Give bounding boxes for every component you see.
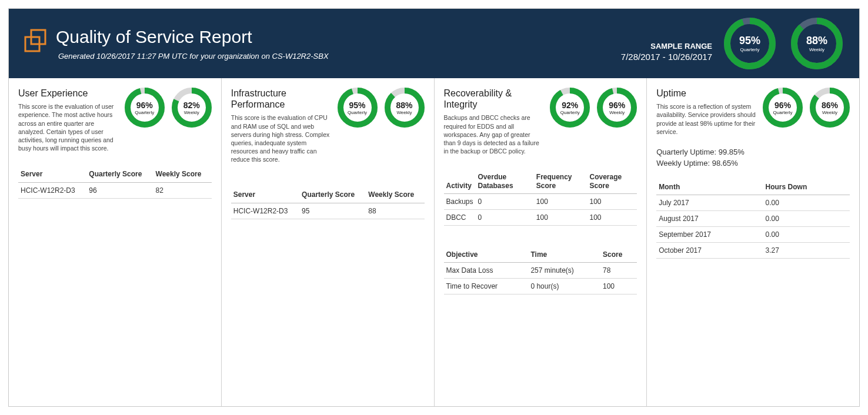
column-header: Quarterly Score (86, 166, 153, 182)
panel-uptime: Uptime This score is a reflection of sys… (647, 78, 859, 406)
table-row: September 20170.00 (656, 227, 850, 243)
column-header: Coverage Score (587, 169, 637, 193)
panel-user-experience: User Experience This score is the evalua… (9, 78, 222, 406)
recov-activity-table: ActivityOverdue DatabasesFrequency Score… (444, 169, 637, 226)
uptime-quarterly-donut: 96%Quarterly (763, 88, 803, 128)
range-label: SAMPLE RANGE (621, 42, 712, 51)
overall-quarterly-donut: 95%Quarterly (724, 18, 776, 69)
recov-desc: Backups and DBCC checks are required for… (444, 113, 544, 155)
range-value: 7/28/2017 - 10/26/2017 (621, 52, 712, 62)
column-header: Overdue Databases (476, 169, 534, 193)
panel-infrastructure: Infrastructure Performance This score is… (222, 78, 435, 406)
uptime-weekly-summary: Weekly Uptime: 98.65% (656, 159, 850, 168)
column-header: Objective (444, 247, 529, 263)
column-header: Server (231, 187, 299, 203)
column-header: Weekly Score (366, 187, 424, 203)
ux-title: User Experience (18, 88, 121, 99)
title-block: Quality of Service Report Generated 10/2… (56, 27, 329, 61)
uptime-table: MonthHours DownJuly 20170.00August 20170… (656, 179, 850, 259)
table-row: DBCC0100100 (444, 210, 637, 226)
logo-icon (22, 26, 50, 55)
table-row: July 20170.00 (656, 195, 850, 211)
column-header: Month (656, 179, 763, 195)
column-header: Quarterly Score (299, 187, 366, 203)
table-row: HCIC-W12R2-D39682 (18, 182, 212, 198)
table-row: August 20170.00 (656, 211, 850, 227)
infra-desc: This score is the evaluation of CPU and … (231, 113, 331, 163)
column-header: Hours Down (763, 179, 850, 195)
panel-recoverability: Recoverability & Integrity Backups and D… (435, 78, 647, 406)
report-subtitle: Generated 10/26/2017 11:27 PM UTC for yo… (58, 52, 329, 61)
overall-weekly-donut: 88%Weekly (791, 18, 843, 69)
column-header: Weekly Score (153, 166, 212, 182)
report-header: Quality of Service Report Generated 10/2… (9, 9, 859, 78)
table-row: Max Data Loss257 minute(s)78 (444, 263, 637, 279)
column-header: Server (18, 166, 86, 182)
infra-table: ServerQuarterly ScoreWeekly ScoreHCIC-W1… (231, 187, 425, 219)
uptime-desc: This score is a reflection of system ava… (656, 102, 756, 136)
ux-table: ServerQuarterly ScoreWeekly ScoreHCIC-W1… (18, 166, 212, 198)
sample-range-block: SAMPLE RANGE 7/28/2017 - 10/26/2017 (621, 42, 712, 62)
ux-quarterly-donut: 96%Quarterly (125, 88, 165, 128)
infra-quarterly-donut: 95%Quarterly (338, 88, 378, 128)
uptime-weekly-donut: 86%Weekly (810, 88, 850, 128)
header-donuts: 95%Quarterly 88%Weekly (724, 18, 843, 69)
recov-objective-table: ObjectiveTimeScoreMax Data Loss257 minut… (444, 247, 637, 294)
uptime-quarterly-summary: Quarterly Uptime: 99.85% (656, 148, 850, 156)
column-header: Activity (444, 169, 476, 193)
uptime-title: Uptime (656, 88, 759, 99)
column-header: Time (528, 247, 600, 263)
column-header: Frequency Score (534, 169, 587, 193)
panels-row: User Experience This score is the evalua… (9, 78, 859, 406)
infra-title: Infrastructure Performance (231, 88, 334, 110)
column-header: Score (600, 247, 637, 263)
recov-title: Recoverability & Integrity (444, 88, 547, 110)
report-title: Quality of Service Report (56, 27, 329, 47)
table-row: Time to Recover0 hour(s)100 (444, 279, 637, 294)
ux-weekly-donut: 82%Weekly (172, 88, 212, 128)
table-row: HCIC-W12R2-D39588 (231, 203, 425, 219)
ux-desc: This score is the evaluation of user exp… (18, 102, 118, 152)
table-row: October 20173.27 (656, 243, 850, 259)
report-frame: Quality of Service Report Generated 10/2… (8, 8, 860, 407)
infra-weekly-donut: 88%Weekly (385, 88, 425, 128)
recov-quarterly-donut: 92%Quarterly (550, 88, 590, 128)
table-row: Backups0100100 (444, 194, 637, 210)
recov-weekly-donut: 96%Weekly (597, 88, 637, 128)
